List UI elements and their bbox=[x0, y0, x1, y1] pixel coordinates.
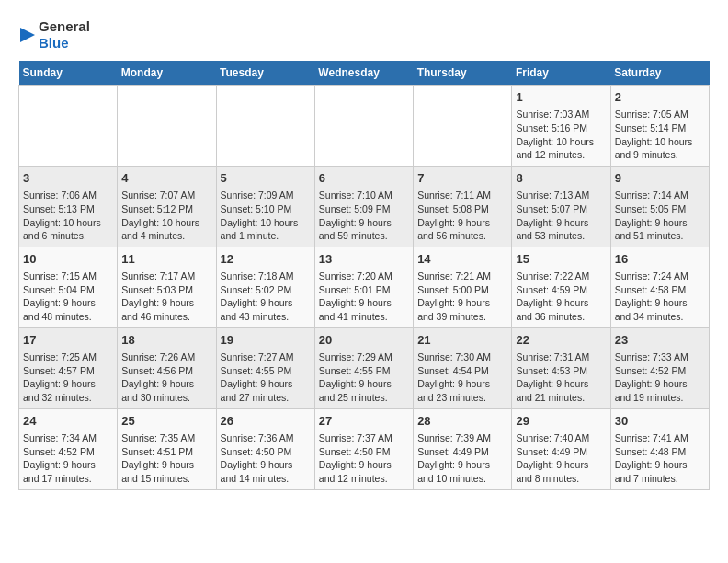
day-info: Sunrise: 7:39 AM Sunset: 4:49 PM Dayligh… bbox=[417, 431, 507, 486]
day-info: Sunrise: 7:13 AM Sunset: 5:07 PM Dayligh… bbox=[516, 189, 606, 243]
day-info: Sunrise: 7:22 AM Sunset: 4:59 PM Dayligh… bbox=[516, 270, 606, 324]
day-info: Sunrise: 7:41 AM Sunset: 4:48 PM Dayligh… bbox=[615, 431, 705, 486]
day-number: 10 bbox=[23, 251, 113, 268]
day-info: Sunrise: 7:26 AM Sunset: 4:56 PM Dayligh… bbox=[121, 350, 211, 405]
day-info: Sunrise: 7:03 AM Sunset: 5:16 PM Dayligh… bbox=[516, 108, 606, 162]
calendar-table: SundayMondayTuesdayWednesdayThursdayFrid… bbox=[18, 61, 710, 490]
day-info: Sunrise: 7:05 AM Sunset: 5:14 PM Dayligh… bbox=[615, 108, 705, 162]
day-number: 8 bbox=[516, 170, 606, 187]
day-cell: 17Sunrise: 7:25 AM Sunset: 4:57 PM Dayli… bbox=[19, 327, 118, 408]
day-cell: 26Sunrise: 7:36 AM Sunset: 4:50 PM Dayli… bbox=[216, 408, 314, 489]
day-cell: 22Sunrise: 7:31 AM Sunset: 4:53 PM Dayli… bbox=[512, 327, 610, 408]
day-number: 2 bbox=[615, 89, 705, 106]
day-info: Sunrise: 7:34 AM Sunset: 4:52 PM Dayligh… bbox=[23, 431, 113, 486]
day-info: Sunrise: 7:35 AM Sunset: 4:51 PM Dayligh… bbox=[121, 431, 211, 486]
day-number: 15 bbox=[516, 251, 606, 268]
day-cell: 19Sunrise: 7:27 AM Sunset: 4:55 PM Dayli… bbox=[216, 327, 314, 408]
day-info: Sunrise: 7:06 AM Sunset: 5:13 PM Dayligh… bbox=[23, 189, 113, 243]
day-number: 24 bbox=[23, 413, 113, 430]
day-info: Sunrise: 7:37 AM Sunset: 4:50 PM Dayligh… bbox=[319, 431, 409, 486]
day-cell: 14Sunrise: 7:21 AM Sunset: 5:00 PM Dayli… bbox=[414, 247, 512, 327]
day-info: Sunrise: 7:20 AM Sunset: 5:01 PM Dayligh… bbox=[319, 270, 409, 324]
day-number: 23 bbox=[615, 332, 705, 349]
day-info: Sunrise: 7:18 AM Sunset: 5:02 PM Dayligh… bbox=[221, 270, 311, 324]
logo: GeneralBlue bbox=[18, 18, 90, 52]
day-cell: 28Sunrise: 7:39 AM Sunset: 4:49 PM Dayli… bbox=[414, 408, 512, 489]
week-row-3: 10Sunrise: 7:15 AM Sunset: 5:04 PM Dayli… bbox=[19, 247, 710, 327]
day-cell: 7Sunrise: 7:11 AM Sunset: 5:08 PM Daylig… bbox=[414, 166, 512, 247]
day-cell bbox=[216, 86, 314, 167]
day-info: Sunrise: 7:15 AM Sunset: 5:04 PM Dayligh… bbox=[23, 270, 113, 324]
day-number: 14 bbox=[417, 251, 507, 268]
day-info: Sunrise: 7:14 AM Sunset: 5:05 PM Dayligh… bbox=[615, 189, 705, 243]
day-number: 26 bbox=[221, 413, 311, 430]
week-row-4: 17Sunrise: 7:25 AM Sunset: 4:57 PM Dayli… bbox=[19, 327, 710, 408]
day-cell: 20Sunrise: 7:29 AM Sunset: 4:55 PM Dayli… bbox=[314, 327, 413, 408]
day-cell: 23Sunrise: 7:33 AM Sunset: 4:52 PM Dayli… bbox=[610, 327, 709, 408]
day-number: 18 bbox=[121, 332, 211, 349]
day-cell: 1Sunrise: 7:03 AM Sunset: 5:16 PM Daylig… bbox=[512, 86, 610, 167]
day-cell: 11Sunrise: 7:17 AM Sunset: 5:03 PM Dayli… bbox=[118, 247, 216, 327]
day-cell: 15Sunrise: 7:22 AM Sunset: 4:59 PM Dayli… bbox=[512, 247, 610, 327]
day-number: 1 bbox=[516, 89, 606, 106]
day-number: 22 bbox=[516, 332, 606, 349]
day-number: 5 bbox=[221, 170, 311, 187]
day-cell: 16Sunrise: 7:24 AM Sunset: 4:58 PM Dayli… bbox=[610, 247, 709, 327]
day-number: 12 bbox=[221, 251, 311, 268]
day-cell: 21Sunrise: 7:30 AM Sunset: 4:54 PM Dayli… bbox=[414, 327, 512, 408]
day-info: Sunrise: 7:24 AM Sunset: 4:58 PM Dayligh… bbox=[615, 270, 705, 324]
day-info: Sunrise: 7:11 AM Sunset: 5:08 PM Dayligh… bbox=[417, 189, 507, 243]
day-cell: 8Sunrise: 7:13 AM Sunset: 5:07 PM Daylig… bbox=[512, 166, 610, 247]
day-cell: 12Sunrise: 7:18 AM Sunset: 5:02 PM Dayli… bbox=[216, 247, 314, 327]
day-number: 9 bbox=[615, 170, 705, 187]
column-header-wednesday: Wednesday bbox=[314, 61, 413, 86]
day-number: 29 bbox=[516, 413, 606, 430]
day-cell bbox=[414, 86, 512, 167]
header-row: SundayMondayTuesdayWednesdayThursdayFrid… bbox=[19, 61, 710, 86]
day-cell: 4Sunrise: 7:07 AM Sunset: 5:12 PM Daylig… bbox=[118, 166, 216, 247]
day-info: Sunrise: 7:33 AM Sunset: 4:52 PM Dayligh… bbox=[615, 350, 705, 405]
week-row-5: 24Sunrise: 7:34 AM Sunset: 4:52 PM Dayli… bbox=[19, 408, 710, 489]
day-cell: 27Sunrise: 7:37 AM Sunset: 4:50 PM Dayli… bbox=[314, 408, 413, 489]
day-cell: 9Sunrise: 7:14 AM Sunset: 5:05 PM Daylig… bbox=[610, 166, 709, 247]
column-header-sunday: Sunday bbox=[19, 61, 118, 86]
day-number: 27 bbox=[319, 413, 409, 430]
day-info: Sunrise: 7:40 AM Sunset: 4:49 PM Dayligh… bbox=[516, 431, 606, 486]
column-header-monday: Monday bbox=[118, 61, 216, 86]
day-number: 28 bbox=[417, 413, 507, 430]
header: GeneralBlue bbox=[18, 18, 710, 52]
day-cell: 25Sunrise: 7:35 AM Sunset: 4:51 PM Dayli… bbox=[118, 408, 216, 489]
day-info: Sunrise: 7:30 AM Sunset: 4:54 PM Dayligh… bbox=[417, 350, 507, 405]
day-info: Sunrise: 7:07 AM Sunset: 5:12 PM Dayligh… bbox=[121, 189, 211, 243]
column-header-thursday: Thursday bbox=[414, 61, 512, 86]
day-number: 30 bbox=[615, 413, 705, 430]
day-number: 13 bbox=[319, 251, 409, 268]
day-number: 6 bbox=[319, 170, 409, 187]
day-cell: 30Sunrise: 7:41 AM Sunset: 4:48 PM Dayli… bbox=[610, 408, 709, 489]
day-info: Sunrise: 7:10 AM Sunset: 5:09 PM Dayligh… bbox=[319, 189, 409, 243]
week-row-2: 3Sunrise: 7:06 AM Sunset: 5:13 PM Daylig… bbox=[19, 166, 710, 247]
day-cell: 18Sunrise: 7:26 AM Sunset: 4:56 PM Dayli… bbox=[118, 327, 216, 408]
day-info: Sunrise: 7:36 AM Sunset: 4:50 PM Dayligh… bbox=[221, 431, 311, 486]
day-cell bbox=[19, 86, 118, 167]
day-cell: 29Sunrise: 7:40 AM Sunset: 4:49 PM Dayli… bbox=[512, 408, 610, 489]
day-info: Sunrise: 7:21 AM Sunset: 5:00 PM Dayligh… bbox=[417, 270, 507, 324]
day-number: 11 bbox=[121, 251, 211, 268]
day-number: 7 bbox=[417, 170, 507, 187]
column-header-tuesday: Tuesday bbox=[216, 61, 314, 86]
day-number: 4 bbox=[121, 170, 211, 187]
column-header-saturday: Saturday bbox=[610, 61, 709, 86]
day-info: Sunrise: 7:31 AM Sunset: 4:53 PM Dayligh… bbox=[516, 350, 606, 405]
svg-marker-0 bbox=[20, 28, 35, 42]
day-info: Sunrise: 7:27 AM Sunset: 4:55 PM Dayligh… bbox=[221, 350, 311, 405]
column-header-friday: Friday bbox=[512, 61, 610, 86]
day-cell: 5Sunrise: 7:09 AM Sunset: 5:10 PM Daylig… bbox=[216, 166, 314, 247]
day-number: 19 bbox=[221, 332, 311, 349]
day-number: 20 bbox=[319, 332, 409, 349]
day-cell bbox=[314, 86, 413, 167]
day-info: Sunrise: 7:29 AM Sunset: 4:55 PM Dayligh… bbox=[319, 350, 409, 405]
day-cell: 2Sunrise: 7:05 AM Sunset: 5:14 PM Daylig… bbox=[610, 86, 709, 167]
day-cell: 3Sunrise: 7:06 AM Sunset: 5:13 PM Daylig… bbox=[19, 166, 118, 247]
day-number: 25 bbox=[121, 413, 211, 430]
day-number: 21 bbox=[417, 332, 507, 349]
